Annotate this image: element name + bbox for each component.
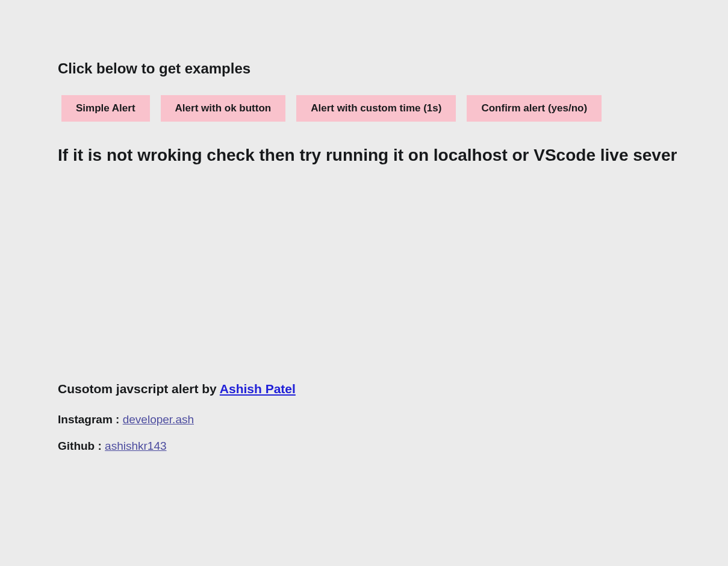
- author-link[interactable]: Ashish Patel: [220, 382, 296, 396]
- github-link[interactable]: ashishkr143: [105, 440, 166, 452]
- confirm-alert-button[interactable]: Confirm alert (yes/no): [467, 95, 602, 122]
- button-row: Simple Alert Alert with ok button Alert …: [58, 95, 670, 122]
- warning-heading: If it is not wroking check then try runn…: [58, 146, 670, 165]
- credit-prefix: Cusotom javscript alert by: [58, 382, 220, 396]
- main-content: Click below to get examples Simple Alert…: [0, 0, 728, 453]
- page-title: Click below to get examples: [58, 60, 670, 77]
- github-line: Github : ashishkr143: [58, 440, 670, 453]
- instagram-label: Instagram :: [58, 413, 123, 426]
- instagram-link[interactable]: developer.ash: [123, 413, 194, 426]
- credit-line: Cusotom javscript alert by Ashish Patel: [58, 382, 670, 396]
- alert-custom-time-button[interactable]: Alert with custom time (1s): [296, 95, 456, 122]
- alert-ok-button[interactable]: Alert with ok button: [161, 95, 286, 122]
- simple-alert-button[interactable]: Simple Alert: [61, 95, 150, 122]
- instagram-line: Instagram : developer.ash: [58, 413, 670, 426]
- github-label: Github :: [58, 440, 105, 452]
